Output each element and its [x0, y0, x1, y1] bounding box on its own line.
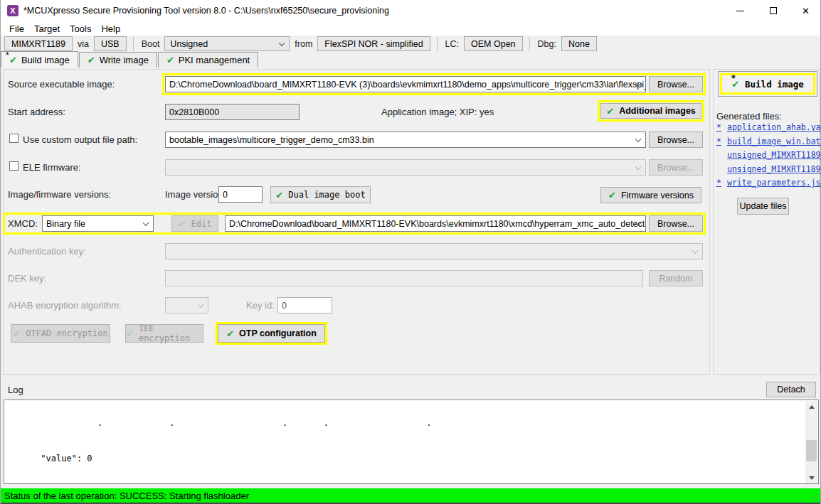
build-image-button[interactable]: * ✔ Build image [720, 73, 815, 95]
resize-grip[interactable] [811, 493, 818, 500]
close-icon: ✕ [802, 6, 810, 16]
scroll-up-button[interactable] [805, 401, 817, 413]
otp-configuration-button[interactable]: ✔ OTP configuration [218, 324, 325, 343]
window-title: *MCUXpresso Secure Provisioning Tool ver… [23, 6, 389, 16]
lifecycle-label: LC: [444, 39, 460, 49]
ahab-algorithm-label: AHAB encryption algorithm: [8, 300, 122, 311]
close-button[interactable]: ✕ [790, 0, 821, 21]
start-address-label: Start address: [8, 107, 65, 117]
toolbar-separator [529, 37, 530, 51]
otp-configuration-label: OTP configuration [239, 328, 317, 338]
boot-type-value: Unsigned [170, 39, 208, 49]
dual-image-boot-button[interactable]: ✔ Dual image boot [270, 186, 371, 203]
source-image-combobox[interactable]: D:\ChromeDownload\board_MIMXRT1180-EVK (… [165, 76, 646, 92]
log-line: "value": 0 [10, 453, 804, 465]
app-logo-icon: X [7, 5, 18, 16]
maximize-button[interactable] [757, 0, 789, 21]
build-image-label: Build image [745, 79, 804, 90]
ele-firmware-checkbox[interactable] [9, 161, 18, 171]
xmcd-type-select[interactable]: Binary file [42, 215, 154, 232]
chevron-down-icon [692, 247, 698, 253]
via-label: via [76, 39, 90, 49]
generated-file-link[interactable]: write_parameters.json [727, 178, 821, 188]
tab-build-image[interactable]: * ✔ Build image [1, 51, 78, 68]
tab-label: Write image [100, 55, 149, 65]
scroll-down-icon [809, 476, 815, 480]
dek-random-button: Random [649, 270, 703, 286]
key-id-field: 0 [277, 297, 332, 313]
chevron-down-icon [279, 40, 285, 45]
tab-write-image[interactable]: ✔ Write image [79, 52, 157, 68]
chevron-down-icon [635, 163, 641, 169]
connection-button[interactable]: USB [94, 36, 127, 51]
xmcd-file-value: D:\ChromeDownload\board_MIMXRT1180-EVK\b… [229, 219, 646, 229]
dek-key-label: DEK key: [8, 273, 46, 284]
custom-output-combobox[interactable]: bootable_images\multicore_trigger_demo_c… [165, 132, 646, 148]
menu-tools[interactable]: Tools [65, 22, 96, 36]
ahab-algorithm-select [165, 297, 208, 313]
chevron-down-icon [143, 220, 149, 225]
check-icon: ✔ [13, 329, 21, 338]
additional-images-button[interactable]: ✔ Additional images [600, 103, 701, 119]
chevron-down-icon [198, 301, 203, 307]
check-icon: ✔ [226, 329, 234, 338]
scrollbar-thumb[interactable] [806, 440, 817, 461]
xmcd-browse-button[interactable]: Browse... [649, 215, 703, 232]
menu-target[interactable]: Target [29, 22, 65, 36]
dbg-button[interactable]: None [561, 36, 597, 51]
image-version-field[interactable]: 0 [218, 186, 263, 203]
versions-label: Image/firmware versions: [8, 189, 111, 200]
maximize-icon [770, 7, 777, 14]
source-browse-button[interactable]: Browse... [649, 76, 703, 92]
dek-key-field [165, 270, 643, 286]
menu-help[interactable]: Help [96, 22, 125, 36]
check-icon: ✔ [275, 191, 283, 200]
scroll-down-button[interactable] [805, 472, 817, 484]
generated-files-label: Generated files: [716, 111, 782, 122]
modified-asterisk: * [731, 73, 736, 83]
generated-file-link[interactable]: build_image_win.bat [727, 136, 821, 146]
check-icon: ✔ [88, 55, 95, 65]
status-bar: Status of the last operation: SUCCESS: S… [1, 488, 820, 503]
check-icon: ✔ [608, 191, 616, 200]
firmware-versions-label: Firmware versions [621, 191, 694, 200]
xip-info-label: Application image; XIP: yes [381, 107, 494, 117]
xmcd-file-combobox[interactable]: D:\ChromeDownload\board_MIMXRT1180-EVK\b… [225, 215, 646, 232]
minimize-button[interactable] [724, 0, 756, 21]
update-files-button[interactable]: Update files [737, 198, 789, 215]
boot-type-select[interactable]: Unsigned [164, 36, 290, 51]
log-section: Log Detach ". . . . . "value": 0 } } blh… [1, 379, 820, 488]
tab-label: PKI management [179, 55, 250, 65]
source-image-value: D:\ChromeDownload\board_MIMXRT1180-EVK (… [169, 80, 646, 90]
log-output[interactable]: ". . . . . "value": 0 } } blhost succeed… [4, 400, 819, 484]
boot-device-button[interactable]: FlexSPI NOR - simplified [317, 36, 430, 51]
build-image-panel: Source executable image: D:\ChromeDownlo… [1, 68, 820, 379]
start-address-field[interactable]: 0x2810B000 [165, 104, 300, 120]
log-scrollbar[interactable] [805, 401, 817, 484]
status-text: Status of the last operation: SUCCESS: S… [4, 490, 249, 501]
file-star: * [716, 178, 721, 188]
check-icon: ✔ [166, 55, 174, 65]
generated-file-link[interactable]: unsigned_MIMXRT1189_f [727, 150, 821, 160]
from-label: from [293, 39, 314, 49]
menu-file[interactable]: File [4, 22, 29, 36]
ele-firmware-browse-button: Browse... [649, 159, 703, 176]
scroll-up-icon [809, 405, 815, 409]
app-window: X *MCUXpresso Secure Provisioning Tool v… [0, 0, 821, 504]
generated-file-link[interactable]: application_ahab.yaml [727, 122, 821, 132]
otfad-encryption-button: ✔ OTFAD encryption [11, 324, 110, 343]
processor-button[interactable]: MIMXRT1189 [4, 36, 73, 51]
generated-file-link[interactable]: unsigned_MIMXRT1189_f [727, 164, 821, 174]
build-image-button-frame: * ✔ Build image [718, 71, 817, 97]
check-icon: ✔ [9, 55, 17, 65]
tab-pki-management[interactable]: ✔ PKI management [158, 52, 258, 68]
custom-output-browse-button[interactable]: Browse... [649, 132, 703, 148]
check-icon: ✔ [179, 219, 186, 228]
ele-firmware-combobox [165, 159, 646, 176]
custom-output-checkbox[interactable] [9, 134, 18, 143]
detach-button[interactable]: Detach [766, 382, 816, 397]
lifecycle-button[interactable]: OEM Open [464, 36, 523, 51]
firmware-versions-button[interactable]: ✔ Firmware versions [600, 187, 701, 203]
xmcd-edit-button: ✔ Edit [171, 215, 218, 232]
custom-output-label: Use custom output file path: [23, 134, 137, 145]
